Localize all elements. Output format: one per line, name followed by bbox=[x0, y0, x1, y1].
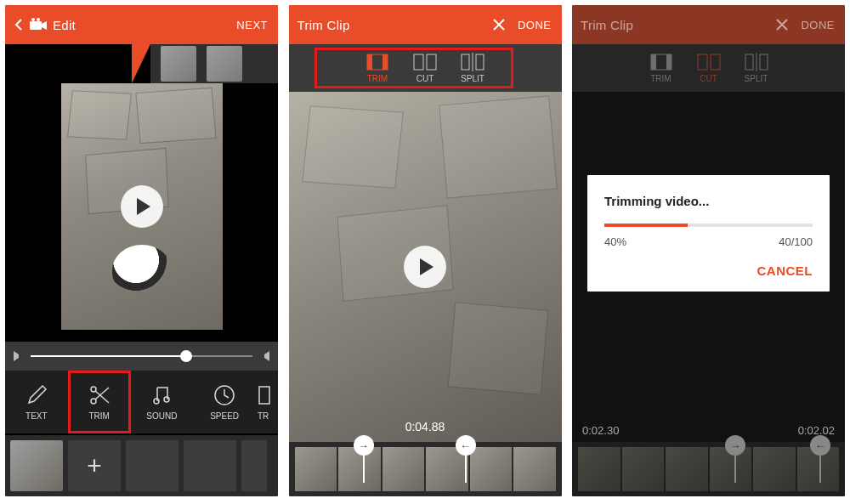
svg-rect-11 bbox=[382, 54, 388, 70]
svg-rect-23 bbox=[760, 54, 768, 70]
svg-point-6 bbox=[164, 397, 169, 402]
tab-split[interactable]: SPLIT bbox=[461, 53, 484, 83]
svg-rect-15 bbox=[476, 54, 484, 70]
scissors-icon bbox=[88, 384, 110, 406]
trim-icon bbox=[366, 53, 389, 71]
tab-label: CUT bbox=[416, 74, 434, 83]
tab-label: CUT bbox=[700, 74, 717, 83]
done-button[interactable]: DONE bbox=[518, 19, 552, 31]
tab-split: SPLIT bbox=[745, 53, 768, 83]
video-preview[interactable] bbox=[61, 83, 223, 330]
tool-more[interactable]: TR bbox=[256, 371, 278, 433]
done-button: DONE bbox=[801, 19, 835, 31]
svg-rect-21 bbox=[711, 54, 720, 70]
trim-handle-right[interactable]: ← bbox=[456, 435, 476, 456]
tab-trim[interactable]: TRIM bbox=[366, 53, 389, 83]
tab-label: TRIM bbox=[367, 74, 388, 83]
tab-cut[interactable]: CUT bbox=[413, 53, 437, 83]
tool-label: TEXT bbox=[26, 411, 48, 421]
progress-fill bbox=[604, 224, 688, 227]
volume-slider-row bbox=[5, 342, 278, 371]
dialog-title: Trimming video... bbox=[604, 194, 813, 208]
strip-empty bbox=[241, 440, 267, 491]
cut-icon bbox=[413, 53, 437, 71]
video-subject bbox=[112, 245, 172, 296]
timeline-strip bbox=[572, 442, 845, 496]
trim-mode-tabs: TRIM CUT SPLIT bbox=[572, 44, 845, 92]
next-button[interactable]: NEXT bbox=[236, 19, 268, 31]
split-icon bbox=[461, 53, 484, 71]
screen-edit: Edit NEXT 0:00.00 TEXT TRIM bbox=[5, 5, 278, 496]
clock-icon bbox=[213, 384, 235, 406]
volume-low-icon bbox=[14, 351, 24, 361]
clip-stack bbox=[150, 44, 278, 83]
header-bar: Trim Clip DONE bbox=[289, 5, 562, 44]
pencil-icon bbox=[26, 384, 48, 406]
screen-trim: Trim Clip DONE TRIM CUT SPLIT 0:04.88 → … bbox=[289, 5, 562, 496]
header-title: Edit bbox=[53, 18, 76, 32]
close-icon bbox=[775, 18, 789, 31]
play-button[interactable] bbox=[404, 246, 446, 288]
svg-rect-8 bbox=[259, 387, 269, 404]
start-time: 0:02.30 bbox=[582, 424, 619, 437]
svg-point-1 bbox=[31, 18, 35, 21]
tool-label: SOUND bbox=[146, 411, 177, 421]
tool-sound[interactable]: SOUND bbox=[131, 371, 194, 433]
tool-speed[interactable]: SPEED bbox=[193, 371, 256, 433]
svg-point-5 bbox=[154, 399, 159, 404]
close-icon[interactable] bbox=[492, 18, 506, 31]
tool-bar: TEXT TRIM SOUND SPEED TR bbox=[5, 371, 278, 433]
progress-bar bbox=[604, 224, 813, 227]
trim-handle-left: → bbox=[725, 435, 745, 456]
split-icon bbox=[745, 53, 768, 71]
header-title: Trim Clip bbox=[298, 18, 350, 32]
tab-label: SPLIT bbox=[745, 74, 768, 83]
strip-empty bbox=[126, 440, 178, 491]
slider-knob[interactable] bbox=[180, 350, 192, 362]
progress-percent: 40% bbox=[604, 235, 626, 248]
tab-label: TRIM bbox=[650, 74, 671, 83]
video-preview-area bbox=[5, 83, 278, 330]
svg-rect-22 bbox=[745, 54, 753, 70]
tool-trim[interactable]: TRIM bbox=[68, 371, 131, 433]
tab-label: SPLIT bbox=[461, 74, 484, 83]
header-bar: Trim Clip DONE bbox=[572, 5, 845, 44]
svg-rect-18 bbox=[651, 54, 656, 70]
svg-rect-19 bbox=[666, 54, 672, 70]
tool-label: SPEED bbox=[210, 411, 239, 421]
strip-thumbnail[interactable] bbox=[10, 440, 63, 491]
screen-trim-progress: Trim Clip DONE TRIM CUT SPLIT 0:02.30 0:… bbox=[572, 5, 845, 496]
tool-text[interactable]: TEXT bbox=[5, 371, 68, 433]
back-icon[interactable] bbox=[14, 18, 24, 31]
trim-icon bbox=[649, 53, 673, 71]
svg-rect-0 bbox=[30, 21, 42, 30]
trim-handle-left[interactable]: → bbox=[354, 435, 374, 456]
timestamp-label: 0:04.88 bbox=[405, 420, 445, 433]
tool-label: TRIM bbox=[88, 411, 109, 421]
progress-dialog: Trimming video... 40% 40/100 CANCEL bbox=[587, 175, 830, 292]
svg-rect-13 bbox=[427, 54, 436, 70]
play-button[interactable] bbox=[121, 185, 163, 228]
clip-thumbnail[interactable] bbox=[161, 46, 196, 82]
trim-handle-right: ← bbox=[810, 435, 830, 456]
header-title: Trim Clip bbox=[581, 18, 633, 32]
svg-rect-14 bbox=[462, 54, 469, 70]
tab-trim: TRIM bbox=[649, 53, 673, 83]
frame-icon bbox=[258, 384, 271, 406]
svg-rect-20 bbox=[698, 54, 707, 70]
clip-strip: + bbox=[5, 435, 278, 496]
timeline-strip[interactable] bbox=[289, 442, 562, 496]
tool-label: TR bbox=[258, 411, 269, 421]
video-preview[interactable]: 0:04.88 bbox=[289, 92, 562, 442]
cancel-button[interactable]: CANCEL bbox=[604, 263, 813, 278]
clip-thumbnail[interactable] bbox=[207, 46, 242, 82]
svg-point-2 bbox=[37, 18, 40, 21]
music-icon bbox=[150, 384, 173, 406]
cut-icon bbox=[697, 53, 721, 71]
trim-mode-tabs: TRIM CUT SPLIT bbox=[289, 44, 562, 92]
add-clip-button[interactable]: + bbox=[68, 440, 121, 491]
strip-empty bbox=[184, 440, 236, 491]
tab-cut: CUT bbox=[697, 53, 721, 83]
volume-slider[interactable] bbox=[31, 355, 252, 357]
camera-icon bbox=[29, 18, 48, 31]
